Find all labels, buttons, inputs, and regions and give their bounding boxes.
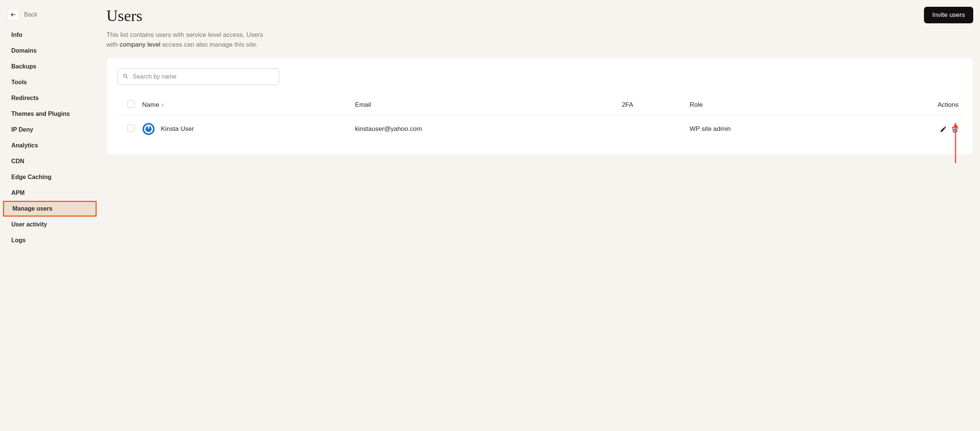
main-content: Users This list contains users with serv… (100, 0, 980, 431)
sidebar-item-themes-and-plugins[interactable]: Themes and Plugins (0, 106, 100, 122)
sidebar-item-cdn[interactable]: CDN (0, 153, 100, 169)
select-all-checkbox[interactable] (127, 100, 135, 108)
page-title: Users (107, 7, 264, 25)
sidebar-item-domains[interactable]: Domains (0, 43, 100, 59)
users-card: Name↑ Email 2FA Role Actions Kinsta User… (107, 57, 973, 155)
header-checkbox-col (117, 95, 138, 115)
sort-asc-icon: ↑ (161, 102, 164, 108)
sidebar-nav: InfoDomainsBackupsToolsRedirectsThemes a… (0, 27, 100, 248)
back-button[interactable] (8, 9, 19, 20)
sidebar-item-info[interactable]: Info (0, 27, 100, 43)
sidebar-item-backups[interactable]: Backups (0, 59, 100, 75)
user-name: Kinsta User (161, 125, 194, 133)
gravatar-icon (142, 122, 155, 135)
sidebar-item-logs[interactable]: Logs (0, 232, 100, 248)
sidebar-item-tools[interactable]: Tools (0, 75, 100, 90)
sidebar-item-user-activity[interactable]: User activity (0, 216, 100, 232)
user-2fa (618, 115, 686, 143)
sidebar-item-apm[interactable]: APM (0, 185, 100, 201)
arrow-left-icon (10, 12, 16, 17)
back-label: Back (24, 11, 38, 18)
header-email[interactable]: Email (351, 95, 618, 115)
user-role: WP site admin (686, 115, 861, 143)
page-subtitle: This list contains users with service le… (107, 30, 264, 49)
invite-users-button[interactable]: Invite users (924, 7, 973, 23)
sidebar-item-redirects[interactable]: Redirects (0, 90, 100, 106)
header-2fa[interactable]: 2FA (618, 95, 686, 115)
user-email: kinstauser@yahoo.com (351, 115, 618, 143)
subtitle-post: access can also manage this site. (161, 41, 258, 48)
page-header: Users This list contains users with serv… (107, 7, 973, 57)
avatar (142, 122, 155, 135)
sidebar-item-ip-deny[interactable]: IP Deny (0, 122, 100, 138)
search-wrap (117, 68, 279, 85)
svg-line-2 (126, 77, 127, 78)
svg-rect-5 (148, 124, 149, 129)
header-actions: Actions (860, 95, 963, 115)
delete-button[interactable] (951, 126, 959, 133)
sidebar-item-manage-users[interactable]: Manage users (3, 201, 97, 216)
sidebar: Back InfoDomainsBackupsToolsRedirectsThe… (0, 0, 100, 431)
sidebar-item-analytics[interactable]: Analytics (0, 138, 100, 153)
name-cell: Kinsta User (142, 122, 347, 135)
header-name[interactable]: Name↑ (138, 95, 351, 115)
pencil-icon (940, 126, 947, 133)
edit-button[interactable] (940, 126, 947, 133)
trash-icon (951, 126, 959, 133)
search-input[interactable] (117, 68, 279, 85)
company-level-link[interactable]: company level (119, 41, 161, 48)
table-row: Kinsta Userkinstauser@yahoo.comWP site a… (117, 115, 963, 143)
back-row: Back (0, 7, 100, 27)
sidebar-item-edge-caching[interactable]: Edge Caching (0, 169, 100, 185)
users-table: Name↑ Email 2FA Role Actions Kinsta User… (117, 95, 963, 143)
header-name-label: Name (142, 101, 159, 108)
header-role[interactable]: Role (686, 95, 861, 115)
search-icon (123, 73, 128, 80)
row-checkbox[interactable] (127, 124, 135, 132)
